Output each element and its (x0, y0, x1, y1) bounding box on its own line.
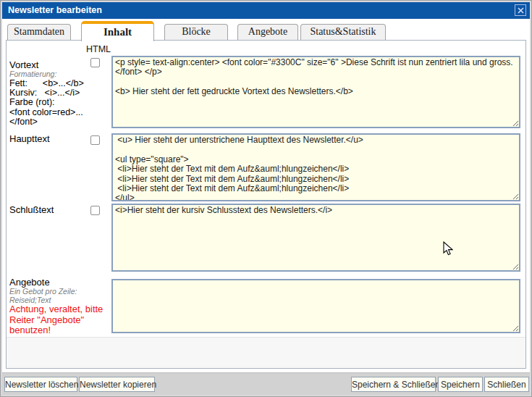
close-x-glyph (518, 7, 524, 14)
dialog-title: Newsletter bearbeiten (8, 5, 102, 15)
angebote-warning-line3: benutzen! (9, 325, 109, 336)
close-icon[interactable] (515, 4, 526, 16)
newsletter-edit-dialog: { "window": { "title": "Newsletter bearb… (0, 0, 532, 397)
vortext-label-block: Vortext Formatierung: Fett: <b>...</b> K… (9, 59, 109, 128)
angebote-label-block: Angebote Ein Gebot pro Zeile: Reiseid;Te… (9, 277, 109, 336)
save-and-close-button[interactable]: Speichern & Schließen (351, 377, 436, 392)
angebote-warning-line1: Achtung, veraltet, bitte (9, 304, 109, 315)
schlusstext-textarea[interactable]: <i>Hier steht der kursiv Schlusstext des… (111, 204, 520, 272)
haupttext-html-checkbox[interactable] (90, 135, 100, 145)
tab-angebote[interactable]: Angebote (237, 24, 298, 40)
format-hint-italic: Kursiv: <i>...</i> (9, 88, 109, 98)
dialog-footer: Newsletter löschen Newsletter kopieren S… (1, 372, 531, 396)
content-panel: HTML Vortext Formatierung: Fett: <b>...<… (6, 40, 526, 369)
angebote-hint-line1: Ein Gebot pro Zeile: (9, 288, 109, 296)
html-column-header: HTML (86, 44, 111, 54)
tab-stammdaten[interactable]: Stammdaten (7, 24, 71, 40)
panel-bottom-strip (7, 337, 525, 368)
vortext-hint-title: Formatierung: (9, 70, 109, 79)
format-hint-font-close: </font> (9, 117, 109, 127)
haupttext-textarea[interactable]: <u> Hier steht der unterstrichene Hauptt… (111, 133, 520, 201)
tab-bloecke[interactable]: Blöcke (164, 24, 228, 40)
tab-inhalt[interactable]: Inhalt (81, 21, 154, 41)
tab-status-statistik[interactable]: Status&Statistik (300, 24, 386, 40)
angebote-warning-line2: Reiter "Angebote" (9, 315, 109, 326)
close-dialog-button[interactable]: Schließen (484, 377, 529, 392)
save-button[interactable]: Speichern (438, 377, 483, 392)
format-hint-font-open: <font color=red>... (9, 108, 109, 117)
format-hint-color-label: Farbe (rot): (9, 98, 109, 107)
vortext-html-checkbox[interactable] (90, 58, 100, 67)
schlusstext-html-checkbox[interactable] (90, 206, 100, 215)
copy-newsletter-button[interactable]: Newsletter kopieren (79, 377, 155, 392)
vortext-textarea[interactable]: <p style= text-align:center> <font color… (111, 56, 520, 128)
format-hint-bold: Fett: <b>...</b> (9, 79, 109, 88)
angebote-label: Angebote (9, 277, 109, 288)
dialog-titlebar: Newsletter bearbeiten (1, 1, 531, 19)
angebote-textarea[interactable] (111, 279, 520, 333)
delete-newsletter-button[interactable]: Newsletter löschen (4, 377, 77, 392)
